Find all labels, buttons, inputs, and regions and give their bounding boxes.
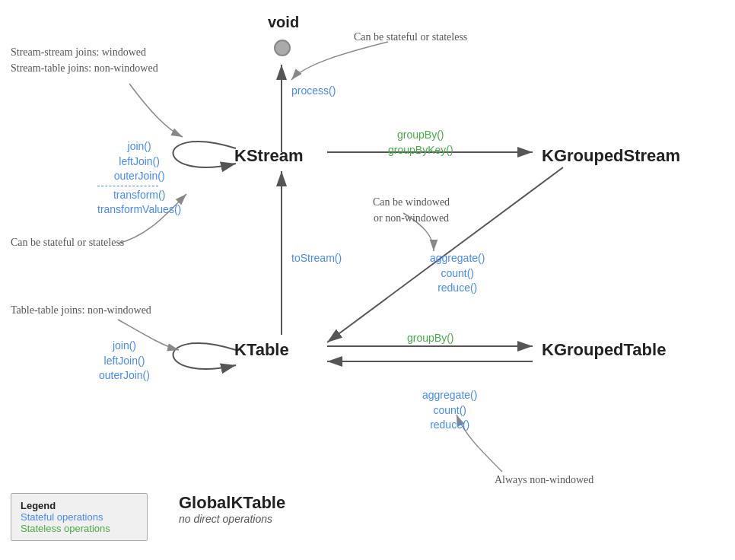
- annotation-stream-joins: Stream-stream joins: windowed Stream-tab…: [11, 44, 158, 76]
- void-label: void: [268, 14, 299, 31]
- globalktable-sub: no direct operations: [179, 513, 285, 525]
- ktable-label: KTable: [234, 340, 289, 360]
- globalktable-container: GlobalKTable no direct operations: [179, 493, 285, 525]
- legend-title: Legend: [21, 500, 138, 511]
- annotation-stateful-left: Can be stateful or stateless: [11, 234, 124, 250]
- kstream-label: KStream: [234, 146, 303, 166]
- aggregate-stream-op: aggregate() count() reduce(): [430, 251, 485, 296]
- annotation-table-joins: Table-table joins: non-windowed: [11, 302, 151, 318]
- legend-box: Legend Stateful operations Stateless ope…: [11, 493, 148, 541]
- tostream-op: toStream(): [291, 251, 342, 266]
- annotation-always-nonwindowed: Always non-windowed: [495, 472, 593, 488]
- void-circle: [274, 40, 291, 56]
- globalktable-label: GlobalKTable: [179, 493, 285, 513]
- kgroupedtable-label: KGroupedTable: [542, 340, 666, 360]
- annotation-windowed: Can be windowed or non-windowed: [373, 194, 450, 226]
- groupby-table-op: groupBy(): [407, 331, 453, 346]
- diagram-container: void KStream KTable KGroupedStream KGrou…: [0, 0, 735, 560]
- annotation-stateful-top: Can be stateful or stateless: [354, 29, 467, 45]
- legend-stateful: Stateful operations: [21, 511, 138, 523]
- groupby-stream-op: groupBy() groupByKey(): [388, 128, 453, 158]
- arrows-svg: [0, 0, 735, 560]
- join-stream-op: join() leftJoin() outerJoin() transform(…: [97, 139, 181, 218]
- aggregate-table-op: aggregate() count() reduce(): [422, 388, 477, 433]
- process-op: process(): [291, 84, 336, 99]
- join-table-op: join() leftJoin() outerJoin(): [99, 339, 150, 383]
- legend-stateless: Stateless operations: [21, 523, 138, 534]
- kgroupedstream-label: KGroupedStream: [542, 146, 680, 166]
